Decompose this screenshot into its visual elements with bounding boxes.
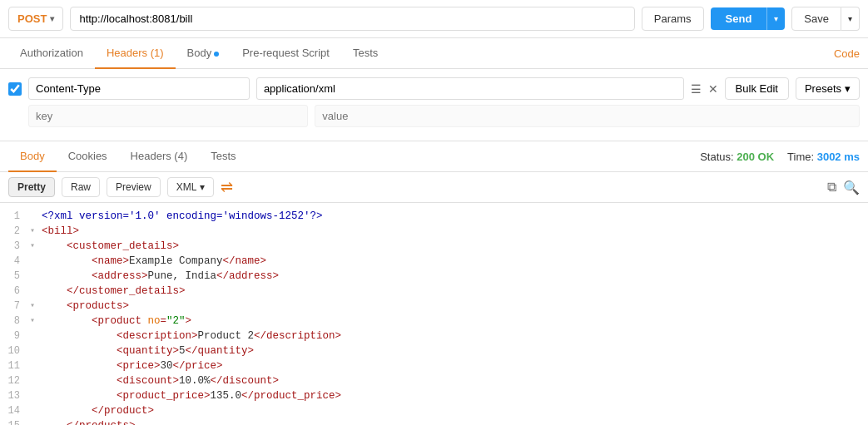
header-row-1: ☰ ✕ Bulk Edit Presets ▾ bbox=[8, 77, 860, 100]
collapse-arrow-3[interactable]: ▾ bbox=[30, 240, 42, 250]
presets-label: Presets bbox=[805, 82, 841, 95]
headers-area: ☰ ✕ Bulk Edit Presets ▾ bbox=[0, 69, 868, 141]
line-content-13: <product_price>135.0</product_price> bbox=[42, 390, 341, 402]
code-line-15: 15 </products> bbox=[0, 419, 868, 425]
save-btn-group: Save ▾ bbox=[791, 7, 860, 31]
code-line-7: 7▾ <products> bbox=[0, 299, 868, 314]
tab-prerequest[interactable]: Pre-request Script bbox=[231, 38, 341, 69]
code-line-4: 4 <name>Example Company</name> bbox=[0, 255, 868, 269]
response-tabs-bar: Body Cookies Headers (4) Tests Status: 2… bbox=[0, 141, 868, 172]
header-value-1[interactable] bbox=[256, 77, 684, 100]
collapse-arrow-2[interactable]: ▾ bbox=[30, 225, 42, 235]
tab-tests-req[interactable]: Tests bbox=[341, 38, 389, 69]
copy-icon[interactable]: ⧉ bbox=[827, 180, 836, 195]
code-link[interactable]: Code bbox=[834, 39, 860, 68]
line-content-12: <discount>10.0%</discount> bbox=[42, 375, 279, 387]
tab-authorization[interactable]: Authorization bbox=[8, 38, 95, 69]
send-button[interactable]: Send bbox=[711, 7, 767, 30]
code-line-2: 2▾<bill> bbox=[0, 225, 868, 240]
collapse-arrow-8[interactable]: ▾ bbox=[30, 315, 42, 325]
line-content-6: </customer_details> bbox=[42, 285, 186, 297]
collapse-arrow-7[interactable]: ▾ bbox=[30, 300, 42, 310]
line-num-15: 15 bbox=[0, 420, 30, 425]
top-bar: POST ▾ Params Send ▾ Save ▾ bbox=[0, 0, 868, 38]
bulk-edit-button[interactable]: Bulk Edit bbox=[725, 77, 789, 100]
save-chevron-button[interactable]: ▾ bbox=[841, 7, 860, 31]
send-chevron-button[interactable]: ▾ bbox=[766, 7, 785, 30]
line-num-1: 1 bbox=[0, 210, 30, 222]
line-num-5: 5 bbox=[0, 270, 30, 282]
header-key-placeholder[interactable] bbox=[28, 105, 308, 127]
status-info: Status: 200 OK Time: 3002 ms bbox=[700, 151, 860, 163]
format-raw[interactable]: Raw bbox=[62, 177, 100, 197]
header-checkbox-1[interactable] bbox=[8, 82, 22, 96]
format-xml-select[interactable]: XML ▾ bbox=[167, 177, 215, 197]
method-select[interactable]: POST ▾ bbox=[8, 7, 63, 31]
params-button[interactable]: Params bbox=[642, 7, 704, 31]
body-dot bbox=[214, 52, 219, 57]
code-line-13: 13 <product_price>135.0</product_price> bbox=[0, 389, 868, 404]
tab-response-headers[interactable]: Headers (4) bbox=[119, 141, 200, 172]
url-input[interactable] bbox=[70, 7, 634, 31]
line-num-3: 3 bbox=[0, 240, 30, 252]
line-num-9: 9 bbox=[0, 330, 30, 342]
status-code: 200 OK bbox=[737, 151, 774, 163]
line-content-11: <price>30</price> bbox=[42, 360, 223, 372]
code-line-5: 5 <address>Pune, India</address> bbox=[0, 269, 868, 284]
line-content-10: <quantity>5</quantity> bbox=[42, 345, 254, 357]
code-line-9: 9 <description>Product 2</description> bbox=[0, 329, 868, 344]
header-row-placeholder bbox=[8, 105, 860, 127]
line-content-1: <?xml version='1.0' encoding='windows-12… bbox=[42, 210, 323, 222]
search-icon[interactable]: 🔍 bbox=[843, 180, 860, 195]
code-line-1: 1<?xml version='1.0' encoding='windows-1… bbox=[0, 210, 868, 225]
line-content-2: <bill> bbox=[42, 225, 79, 237]
method-label: POST bbox=[17, 12, 47, 25]
header-menu-icon[interactable]: ☰ bbox=[691, 82, 702, 96]
format-bar: Pretty Raw Preview XML ▾ ⇌ ⧉ 🔍 bbox=[0, 172, 868, 203]
format-xml-chevron: ▾ bbox=[200, 181, 205, 193]
format-xml-label: XML bbox=[176, 181, 197, 193]
line-content-9: <description>Product 2</description> bbox=[42, 330, 341, 342]
tab-response-body[interactable]: Body bbox=[8, 141, 57, 172]
line-num-10: 10 bbox=[0, 345, 30, 357]
request-tabs: Authorization Headers (1) Body Pre-reque… bbox=[0, 38, 868, 69]
line-num-2: 2 bbox=[0, 225, 30, 237]
send-btn-group: Send ▾ bbox=[711, 7, 786, 30]
code-line-11: 11 <price>30</price> bbox=[0, 359, 868, 374]
code-line-6: 6 </customer_details> bbox=[0, 284, 868, 299]
line-content-7: <products> bbox=[42, 300, 129, 312]
time-value: 3002 ms bbox=[817, 151, 860, 163]
line-num-13: 13 bbox=[0, 390, 30, 402]
line-num-14: 14 bbox=[0, 405, 30, 417]
save-button[interactable]: Save bbox=[791, 7, 841, 31]
format-preview[interactable]: Preview bbox=[107, 177, 161, 197]
line-num-6: 6 bbox=[0, 285, 30, 297]
header-value-placeholder[interactable] bbox=[315, 105, 860, 127]
tab-response-tests[interactable]: Tests bbox=[199, 141, 247, 172]
header-key-1[interactable] bbox=[28, 77, 250, 100]
status-label: Status: 200 OK bbox=[700, 151, 774, 163]
tab-body[interactable]: Body bbox=[176, 38, 231, 69]
presets-chevron: ▾ bbox=[845, 82, 851, 95]
tab-headers[interactable]: Headers (1) bbox=[95, 38, 176, 69]
code-line-14: 14 </product> bbox=[0, 404, 868, 419]
line-content-15: </products> bbox=[42, 420, 136, 425]
line-content-8: <product no="2"> bbox=[42, 315, 191, 327]
header-icons-1: ☰ ✕ bbox=[691, 82, 718, 96]
format-actions: ⧉ 🔍 bbox=[827, 180, 860, 195]
code-area: 1<?xml version='1.0' encoding='windows-1… bbox=[0, 203, 868, 425]
line-content-14: </product> bbox=[42, 405, 154, 417]
wrap-icon[interactable]: ⇌ bbox=[221, 178, 233, 196]
tab-response-cookies[interactable]: Cookies bbox=[57, 141, 119, 172]
format-pretty[interactable]: Pretty bbox=[8, 177, 55, 197]
line-num-8: 8 bbox=[0, 315, 30, 327]
time-label: Time: 3002 ms bbox=[787, 151, 860, 163]
method-chevron: ▾ bbox=[50, 14, 54, 23]
header-delete-icon[interactable]: ✕ bbox=[708, 82, 718, 96]
line-num-7: 7 bbox=[0, 300, 30, 312]
code-line-10: 10 <quantity>5</quantity> bbox=[0, 344, 868, 359]
presets-button[interactable]: Presets ▾ bbox=[796, 77, 860, 100]
line-content-4: <name>Example Company</name> bbox=[42, 255, 266, 267]
line-content-3: <customer_details> bbox=[42, 240, 179, 252]
line-num-12: 12 bbox=[0, 375, 30, 387]
